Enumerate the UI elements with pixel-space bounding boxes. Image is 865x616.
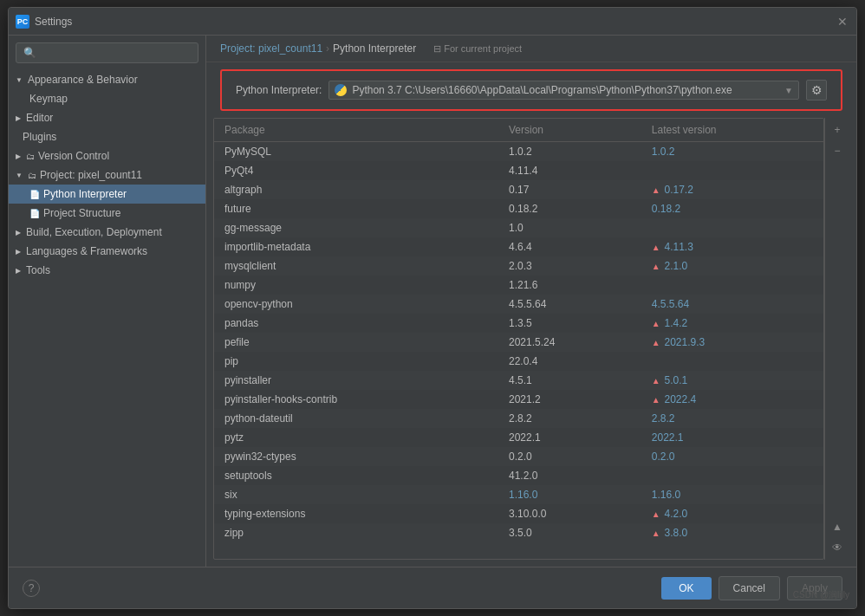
update-arrow-icon: ▲: [652, 528, 663, 538]
package-version: 4.5.1: [498, 371, 641, 390]
package-latest-version: ▲ 2021.9.3: [641, 333, 823, 352]
table-row[interactable]: pandas1.3.5▲ 1.4.2: [214, 314, 823, 333]
table-row[interactable]: mysqlclient2.0.3▲ 2.1.0: [214, 256, 823, 276]
sidebar-item-build[interactable]: Build, Execution, Deployment: [9, 223, 205, 242]
ok-button[interactable]: OK: [661, 577, 711, 600]
interpreter-label: Python Interpreter:: [236, 84, 322, 96]
sidebar-item-project-structure[interactable]: 📄 Project Structure: [9, 204, 205, 223]
package-version: 22.0.4: [498, 352, 641, 371]
column-package: Package: [214, 119, 498, 142]
package-latest-version: [641, 276, 823, 295]
folder-icon: 📄: [29, 209, 40, 218]
package-table-container: Package Version Latest version PyMySQL1.…: [213, 118, 824, 560]
package-latest-version: 0.18.2: [641, 199, 823, 218]
package-latest-version: [641, 161, 823, 180]
remove-package-button[interactable]: −: [829, 142, 846, 159]
package-version: 4.5.5.64: [498, 295, 641, 314]
package-latest-version: 0.2.0: [641, 447, 823, 466]
table-row[interactable]: setuptools41.2.0: [214, 466, 823, 485]
table-row[interactable]: pyinstaller4.5.1▲ 5.0.1: [214, 371, 823, 390]
sidebar-item-label: Keymap: [29, 93, 68, 105]
sidebar-item-label: Editor: [26, 112, 53, 124]
package-version: 2022.1: [498, 428, 641, 447]
package-name: future: [214, 199, 498, 218]
package-name: importlib-metadata: [214, 237, 498, 256]
package-version: 1.16.0: [498, 485, 641, 504]
sidebar-item-languages[interactable]: Languages & Frameworks: [9, 242, 205, 261]
title-bar: PC Settings ✕: [9, 8, 856, 36]
table-row[interactable]: PyMySQL1.0.21.0.2: [214, 142, 823, 162]
package-version: 41.2.0: [498, 466, 641, 485]
sidebar-item-keymap[interactable]: Keymap: [9, 89, 205, 108]
table-row[interactable]: zipp3.5.0▲ 3.8.0: [214, 523, 823, 542]
breadcrumb-separator: ›: [326, 42, 329, 55]
table-row[interactable]: gg-message1.0: [214, 218, 823, 237]
table-row[interactable]: python-dateutil2.8.22.8.2: [214, 409, 823, 428]
table-row[interactable]: pip22.0.4: [214, 352, 823, 371]
sidebar-item-version-control[interactable]: 🗂 Version Control: [9, 146, 205, 165]
sidebar-item-tools[interactable]: Tools: [9, 261, 205, 280]
gear-button[interactable]: ⚙: [806, 80, 827, 101]
package-latest-version: 1.16.0: [641, 485, 823, 504]
package-version: 2.8.2: [498, 409, 641, 428]
breadcrumb-project[interactable]: Project: pixel_count11: [220, 42, 322, 55]
package-version: 4.6.4: [498, 237, 641, 256]
package-version: 2.0.3: [498, 256, 641, 276]
column-version: Version: [498, 119, 641, 142]
package-name: pywin32-ctypes: [214, 447, 498, 466]
add-package-button[interactable]: +: [829, 121, 846, 139]
search-icon: 🔍: [23, 47, 36, 59]
package-latest-version: ▲ 4.2.0: [641, 504, 823, 523]
package-name: opencv-python: [214, 295, 498, 314]
table-row[interactable]: importlib-metadata4.6.4▲ 4.11.3: [214, 237, 823, 256]
watermark: CSDN @润lilly: [793, 589, 849, 601]
interpreter-row: Python Interpreter: Python 3.7 C:\Users\…: [220, 69, 842, 111]
table-row[interactable]: future0.18.20.18.2: [214, 199, 823, 218]
package-latest-version: 2.8.2: [641, 409, 823, 428]
package-latest-version: [641, 352, 823, 371]
interpreter-path: Python 3.7 C:\Users\16660\AppData\Local\…: [352, 84, 732, 96]
table-header-row: Package Version Latest version: [214, 119, 823, 142]
app-logo: PC: [16, 15, 29, 29]
package-name: pytz: [214, 428, 498, 447]
table-row[interactable]: typing-extensions3.10.0.0▲ 4.2.0: [214, 504, 823, 523]
bottom-left: ?: [23, 580, 40, 597]
search-input[interactable]: [40, 47, 191, 59]
package-version: 0.2.0: [498, 447, 641, 466]
sidebar-item-appearance[interactable]: Appearance & Behavior: [9, 70, 205, 89]
table-row[interactable]: pytz2022.12022.1: [214, 428, 823, 447]
package-table: Package Version Latest version PyMySQL1.…: [214, 119, 823, 542]
main-content: 🔍 Appearance & Behavior Keymap Editor Pl…: [9, 36, 856, 567]
package-version: 2021.5.24: [498, 333, 641, 352]
package-latest-version: [641, 466, 823, 485]
sidebar-item-editor[interactable]: Editor: [9, 108, 205, 127]
package-name: mysqlclient: [214, 256, 498, 276]
update-arrow-icon: ▲: [652, 262, 663, 271]
table-row[interactable]: numpy1.21.6: [214, 276, 823, 295]
close-button[interactable]: ✕: [836, 15, 849, 29]
sidebar-item-label: Build, Execution, Deployment: [26, 226, 162, 238]
sidebar-item-project[interactable]: 🗂 Project: pixel_count11: [9, 165, 205, 185]
package-latest-version: 1.0.2: [641, 142, 823, 162]
show-all-button[interactable]: 👁: [829, 539, 846, 556]
package-version: 0.17: [498, 180, 641, 199]
table-row[interactable]: pywin32-ctypes0.2.00.2.0: [214, 447, 823, 466]
table-row[interactable]: pyinstaller-hooks-contrib2021.2▲ 2022.4: [214, 390, 823, 409]
search-box[interactable]: 🔍: [16, 42, 198, 63]
cancel-button[interactable]: Cancel: [719, 576, 780, 600]
update-arrow-icon: ▲: [652, 338, 663, 347]
sidebar-item-plugins[interactable]: Plugins: [9, 127, 205, 146]
package-latest-version: 4.5.5.64: [641, 295, 823, 314]
table-row[interactable]: altgraph0.17▲ 0.17.2: [214, 180, 823, 199]
folder-icon: 📄: [29, 190, 40, 199]
package-version: 1.0: [498, 218, 641, 237]
table-row[interactable]: opencv-python4.5.5.644.5.5.64: [214, 295, 823, 314]
table-row[interactable]: six1.16.01.16.0: [214, 485, 823, 504]
sidebar-item-python-interpreter[interactable]: 📄 Python Interpreter: [9, 185, 205, 204]
table-row[interactable]: PyQt44.11.4: [214, 161, 823, 180]
upgrade-package-button[interactable]: ▲: [829, 518, 846, 535]
interpreter-select-dropdown[interactable]: Python 3.7 C:\Users\16660\AppData\Local\…: [328, 81, 799, 100]
update-arrow-icon: ▲: [652, 185, 663, 195]
help-button[interactable]: ?: [23, 580, 40, 597]
table-row[interactable]: pefile2021.5.24▲ 2021.9.3: [214, 333, 823, 352]
